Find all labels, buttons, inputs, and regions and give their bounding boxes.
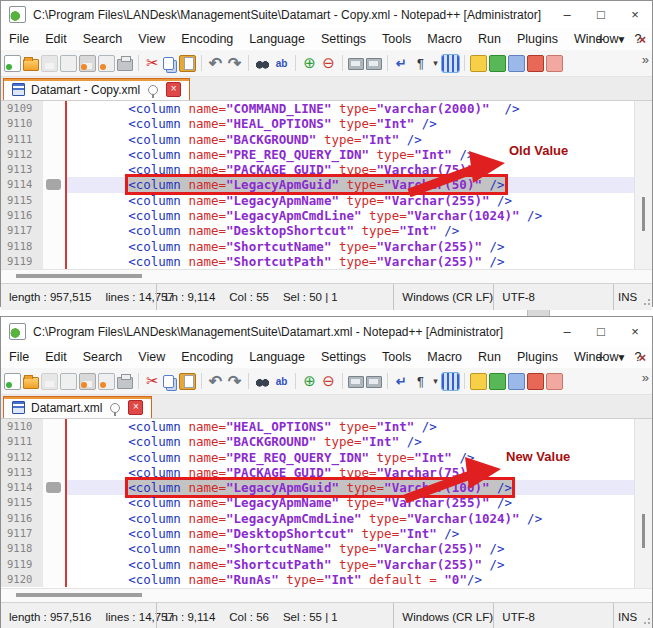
new-tab-icon[interactable]: + [596,31,604,47]
menu-item-edit[interactable]: Edit [37,28,75,50]
open-file-icon[interactable] [23,377,39,389]
close-file-icon[interactable] [60,373,77,390]
sync-vertical-scroll-icon[interactable] [348,58,364,70]
code-line[interactable]: 9111 <column name="BACKGROUND" type="Int… [1,434,634,449]
new-file-icon[interactable] [4,55,21,72]
menu-item-language[interactable]: Language [241,346,313,368]
horizontal-scrollbar[interactable] [1,588,652,602]
menu-item-settings[interactable]: Settings [313,28,374,50]
copy-icon[interactable] [163,375,174,388]
code-column[interactable]: 9109 <column name="COMMAND_LINE" type="v… [1,101,634,269]
menu-item-search[interactable]: Search [75,346,131,368]
word-wrap-icon[interactable]: ↵ [393,373,410,390]
menu-item-plugins[interactable]: Plugins [509,28,566,50]
word-wrap-icon[interactable]: ↵ [393,55,410,72]
find-icon[interactable] [254,373,271,390]
redo-icon[interactable]: ↷ [226,373,243,390]
menu-item-macro[interactable]: Macro [419,346,470,368]
vertical-scrollbar[interactable] [634,101,652,269]
replace-icon[interactable]: ab [273,55,290,72]
toolbar-overflow-icon[interactable]: » [642,52,649,67]
paste-icon[interactable] [179,55,196,72]
save-file-icon[interactable] [41,373,58,390]
save-file-icon[interactable] [41,55,58,72]
plugin-compare-icon[interactable] [508,55,525,72]
menu-item-language[interactable]: Language [241,28,313,50]
editor-area[interactable]: 9110 <column name="HEAL_OPTIONS" type="I… [1,419,652,588]
toolbar-overflow-icon[interactable]: » [642,370,649,385]
plugin-chart-icon[interactable] [489,373,506,390]
code-column[interactable]: 9110 <column name="HEAL_OPTIONS" type="I… [1,419,634,588]
menu-item-view[interactable]: View [130,28,173,50]
open-file-icon[interactable] [23,59,39,71]
zoom-in-icon[interactable]: ⊕ [301,373,318,390]
code-line[interactable]: 9117 <column name="DesktopShortcut" type… [1,526,634,541]
save-all-icon[interactable] [79,55,96,72]
plugin-explorer-icon[interactable] [546,373,563,390]
tab-close-icon[interactable]: × [166,82,181,97]
plugin-compare-icon[interactable] [508,373,525,390]
close-tab-icon[interactable]: × [638,32,646,47]
close-file-icon[interactable] [60,55,77,72]
code-line[interactable]: 9113 <column name="PACKAGE_GUID" type="V… [1,162,634,177]
zoom-out-icon[interactable]: ⊖ [320,55,337,72]
code-line[interactable]: 9115 <column name="LegacyApmName" type="… [1,193,634,208]
title-bar[interactable]: C:\Program Files\LANDesk\ManagementSuite… [1,317,652,346]
close-tab-icon[interactable]: × [638,350,646,365]
tab-datamart[interactable]: Datamart.xml × [3,396,152,418]
code-line[interactable]: 9118 <column name="ShortcutName" type="V… [1,239,634,254]
code-line[interactable]: 9117 <column name="DesktopShortcut" type… [1,223,634,238]
paste-icon[interactable] [179,373,196,390]
cut-icon[interactable]: ✂ [144,373,161,390]
minimize-icon[interactable]: – [550,2,584,27]
close-icon[interactable]: × [618,2,652,27]
code-line[interactable]: 9119 <column name="ShortcutPath" type="V… [1,557,634,572]
horizontal-scrollbar-thumb[interactable] [16,274,142,278]
show-all-characters-icon[interactable]: ¶ [412,55,429,72]
vertical-scrollbar-thumb[interactable] [642,514,645,548]
show-all-characters-icon[interactable]: ¶ [412,373,429,390]
plugin-doc-monitor-icon[interactable] [470,55,487,72]
code-line[interactable]: 9118 <column name="ShortcutName" type="V… [1,541,634,556]
tab-datamart-copy[interactable]: Datamart - Copy.xml × [3,78,190,100]
show-all-characters-dropdown-icon[interactable]: ▾ [431,55,440,72]
code-line[interactable]: 9109 <column name="COMMAND_LINE" type="v… [1,101,634,116]
code-line[interactable]: 9115 <column name="LegacyApmName" type="… [1,495,634,510]
undo-icon[interactable]: ↶ [207,373,224,390]
minimize-icon[interactable]: – [550,319,584,344]
resize-grip[interactable] [640,284,652,310]
save-all-icon[interactable] [79,373,96,390]
print-icon[interactable] [117,59,133,71]
menu-item-tools[interactable]: Tools [374,346,419,368]
plugin-script-icon[interactable] [527,55,544,72]
vertical-scrollbar[interactable] [634,419,652,588]
replace-icon[interactable]: ab [273,373,290,390]
code-line[interactable]: 9116 <column name="LegacyApmCmdLine" typ… [1,511,634,526]
menu-item-file[interactable]: File [1,346,37,368]
tab-close-icon[interactable]: × [128,400,143,415]
code-line[interactable]: 9116 <column name="LegacyApmCmdLine" typ… [1,208,634,223]
horizontal-scrollbar[interactable] [1,269,652,283]
indent-guide-icon[interactable] [442,373,459,390]
plugin-explorer-icon[interactable] [546,55,563,72]
indent-guide-icon[interactable] [442,55,459,72]
copy-icon[interactable] [163,57,174,70]
horizontal-scrollbar-thumb[interactable] [16,593,142,597]
print-icon[interactable] [117,377,133,389]
menu-item-encoding[interactable]: Encoding [173,28,241,50]
menu-item-encoding[interactable]: Encoding [173,346,241,368]
zoom-out-icon[interactable]: ⊖ [320,373,337,390]
menu-item-plugins[interactable]: Plugins [509,346,566,368]
close-icon[interactable]: × [618,319,652,344]
menu-item-edit[interactable]: Edit [37,346,75,368]
new-tab-icon[interactable]: + [596,349,604,365]
sync-vertical-scroll-icon[interactable] [348,376,364,388]
code-line[interactable]: 9110 <column name="HEAL_OPTIONS" type="I… [1,419,634,434]
code-line[interactable]: 9120 <column name="RunAs" type="Int" def… [1,572,634,587]
maximize-icon[interactable]: □ [584,2,618,27]
plugin-doc-monitor-icon[interactable] [470,373,487,390]
vertical-scrollbar-thumb[interactable] [642,197,645,231]
plugin-chart-icon[interactable] [489,55,506,72]
resize-grip[interactable] [640,603,652,628]
maximize-icon[interactable]: □ [584,319,618,344]
